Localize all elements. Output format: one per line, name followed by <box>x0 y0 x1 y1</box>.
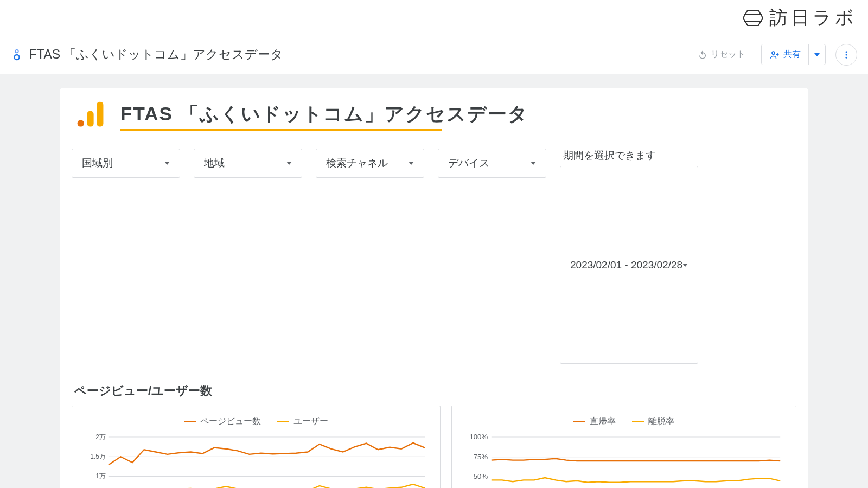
section-title: ページビュー/ユーザー数 <box>74 383 796 399</box>
svg-text:75%: 75% <box>474 453 488 460</box>
google-analytics-icon <box>74 99 107 133</box>
legend-swatch-icon <box>277 421 289 422</box>
date-hint-label: 期間を選択できます <box>563 149 656 163</box>
share-button-group: 共有 <box>761 44 826 65</box>
rate-chart: 0%25%50%75%100%2月1日2月4日2月7日2月10日2月13日2月1… <box>463 433 785 488</box>
app-header: FTAS 「ふくいドットコム」アクセスデータ リセット 共有 <box>0 35 868 74</box>
filter-device[interactable]: デバイス <box>438 149 546 178</box>
more-options-button[interactable] <box>835 44 857 66</box>
svg-rect-10 <box>87 111 93 127</box>
filter-channel[interactable]: 検索チャネル <box>316 149 424 178</box>
chevron-down-icon <box>814 53 820 56</box>
svg-marker-0 <box>743 10 763 25</box>
brand-text: 訪日ラボ <box>769 5 857 30</box>
filter-region[interactable]: 地域 <box>194 149 302 178</box>
share-dropdown-button[interactable] <box>808 44 825 65</box>
chevron-down-icon <box>164 162 170 165</box>
brand-logo: 訪日ラボ <box>742 5 857 30</box>
legend-swatch-icon <box>632 421 644 422</box>
date-range-picker[interactable]: 2023/02/01 - 2023/02/28 <box>560 166 698 364</box>
svg-rect-11 <box>97 102 103 127</box>
share-button[interactable]: 共有 <box>762 44 808 65</box>
legend-right: 直帰率 離脱率 <box>463 416 785 427</box>
svg-point-7 <box>846 54 847 55</box>
svg-text:100%: 100% <box>469 434 488 441</box>
pageview-chart: 5,0001万1.5万2万2月1日2月4日2月7日2月10日2月13日2月16日… <box>83 433 429 488</box>
svg-text:2万: 2万 <box>95 433 106 441</box>
reset-button[interactable]: リセット <box>692 45 751 64</box>
rate-panel: 直帰率 離脱率 0%25%50%75%100%2月1日2月4日2月7日2月10日… <box>451 406 796 488</box>
legend-swatch-icon <box>184 421 196 422</box>
report-canvas: FTAS 「ふくいドットコム」アクセスデータ 国域別 地域 検索チャネル デバイ… <box>60 88 808 488</box>
chevron-down-icon <box>531 162 536 165</box>
looker-studio-icon <box>11 49 23 61</box>
pageview-user-panel: ページビュー数 ユーザー 5,0001万1.5万2万2月1日2月4日2月7日2月… <box>72 406 441 488</box>
svg-text:1万: 1万 <box>95 472 106 480</box>
title-underline <box>120 129 442 131</box>
undo-icon <box>698 50 707 60</box>
svg-text:1.5万: 1.5万 <box>90 453 106 460</box>
svg-point-8 <box>846 56 847 58</box>
page-title: FTAS 「ふくいドットコム」アクセスデータ <box>29 46 283 63</box>
more-vert-icon <box>841 50 851 60</box>
legend-left: ページビュー数 ユーザー <box>83 416 429 427</box>
person-add-icon <box>769 49 780 60</box>
svg-point-6 <box>846 51 847 53</box>
svg-point-4 <box>14 55 19 60</box>
svg-text:50%: 50% <box>474 473 488 480</box>
report-title: FTAS 「ふくいドットコム」アクセスデータ <box>120 101 528 127</box>
chevron-down-icon <box>286 162 292 165</box>
svg-rect-9 <box>78 120 84 126</box>
svg-point-3 <box>15 49 18 53</box>
chevron-down-icon <box>409 162 414 165</box>
brand-hexagon-icon <box>742 7 764 29</box>
top-brand-bar: 訪日ラボ <box>0 0 868 35</box>
svg-point-5 <box>772 52 775 54</box>
legend-swatch-icon <box>573 421 585 422</box>
chevron-down-icon <box>682 264 688 267</box>
filter-country[interactable]: 国域別 <box>72 149 180 178</box>
